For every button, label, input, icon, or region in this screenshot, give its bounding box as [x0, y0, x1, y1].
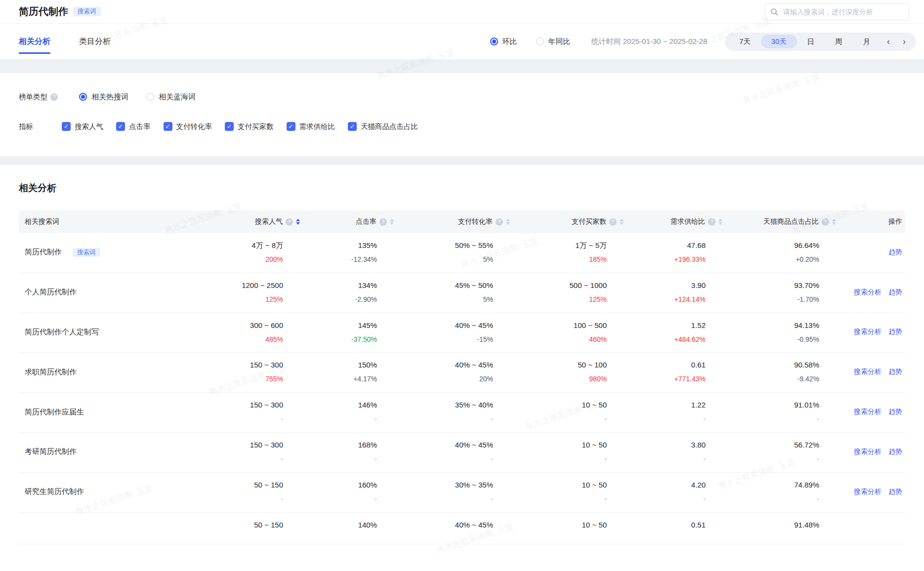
help-icon[interactable]: ?	[708, 218, 715, 226]
metric-delta: -	[627, 415, 706, 423]
metric-cell: 30% ~ 35% -	[397, 481, 513, 503]
metric-value: 150 ~ 300	[182, 361, 283, 369]
metric-checkbox[interactable]: ✓ 搜索人气	[62, 122, 103, 131]
sort-icon[interactable]	[620, 219, 624, 225]
column-label: 搜索人气	[255, 217, 283, 226]
metric-delta: -	[627, 455, 706, 463]
help-icon[interactable]: ?	[496, 218, 503, 226]
action-link[interactable]: 趋势	[888, 408, 902, 416]
help-icon[interactable]: ?	[822, 218, 829, 226]
sort-icon[interactable]	[296, 219, 300, 225]
metric-delta: -15%	[397, 335, 493, 344]
metric-cell: 4.20 -	[627, 481, 725, 503]
list-type-label-wrap: 榜单类型 ?	[19, 92, 58, 102]
metric-cell: 56.72% -	[725, 441, 839, 463]
help-icon[interactable]: ?	[609, 218, 617, 226]
list-type-row: 榜单类型 ? 相关热搜词 相关蓝海词	[19, 92, 905, 102]
date-range-option[interactable]: 月	[853, 35, 881, 49]
metric-cell: 0.61 +771.43%	[627, 361, 725, 383]
metric-cell: 145% -37.50%	[303, 321, 397, 344]
action-link[interactable]: 趋势	[888, 248, 902, 257]
action-link[interactable]: 趋势	[888, 327, 902, 336]
checkbox-label: 点击率	[129, 122, 151, 131]
prev-period-icon[interactable]: ‹	[881, 35, 896, 48]
sort-icon[interactable]	[718, 219, 722, 225]
metric-delta: -2.90%	[303, 295, 377, 304]
keyword-cell: 研究生简历代制作	[19, 487, 182, 496]
action-link[interactable]: 搜索分析	[854, 367, 882, 376]
metric-checkbox[interactable]: ✓ 支付买家数	[225, 122, 274, 131]
metric-checkbox[interactable]: ✓ 点击率	[116, 122, 151, 131]
column-header: 搜索人气?	[182, 217, 303, 226]
metric-delta: -	[182, 455, 283, 463]
action-link[interactable]: 搜索分析	[854, 288, 882, 297]
metric-value: 47.68	[627, 241, 706, 250]
actions-cell: 搜索分析趋势	[839, 408, 905, 416]
table-row: 50 ~ 150 140% 40% ~ 45% 10 ~ 50 0.51 91.…	[19, 513, 905, 544]
metric-delta: 185%	[513, 255, 607, 264]
compare-radio-mom[interactable]: 环比	[490, 37, 517, 46]
list-type-radio-blue-ocean-words[interactable]: 相关蓝海词	[146, 92, 196, 102]
metric-cell: 35% ~ 40% -	[397, 401, 513, 423]
metric-cell: 160% -	[303, 481, 397, 503]
action-link[interactable]: 趋势	[888, 288, 902, 297]
metric-checkbox[interactable]: ✓ 需求供给比	[287, 122, 336, 131]
page-title: 简历代制作	[19, 5, 68, 18]
metric-cell: 91.48%	[725, 521, 839, 535]
metric-delta: -	[513, 455, 607, 463]
metric-cell: 40% ~ 45%	[397, 521, 513, 535]
metric-delta: -	[182, 495, 283, 503]
metric-cell: 150 ~ 300 755%	[182, 361, 303, 383]
metric-value: 4万 ~ 8万	[182, 241, 283, 250]
action-link[interactable]: 搜索分析	[854, 448, 882, 456]
sort-icon[interactable]	[506, 219, 510, 225]
metric-delta: -37.50%	[303, 335, 377, 344]
metric-cell: 135% -12.34%	[303, 241, 397, 264]
date-range-option[interactable]: 日	[797, 35, 825, 49]
date-range-option[interactable]: 7天	[729, 35, 761, 49]
date-range-option[interactable]: 30天	[761, 35, 797, 49]
sort-icon[interactable]	[390, 219, 394, 225]
metrics-label-wrap: 指标	[19, 122, 33, 131]
compare-radio-yoy[interactable]: 年同比	[536, 37, 571, 46]
metric-value: 0.51	[627, 521, 706, 530]
action-link[interactable]: 搜索分析	[854, 327, 882, 336]
column-header: 相关搜索词	[19, 217, 182, 226]
metric-value: 1万 ~ 5万	[513, 241, 607, 250]
date-range-option[interactable]: 周	[825, 35, 853, 49]
action-link[interactable]: 趋势	[888, 448, 902, 456]
metric-value: 150 ~ 300	[182, 441, 283, 449]
action-link[interactable]: 搜索分析	[854, 408, 882, 416]
action-link[interactable]: 趋势	[888, 367, 902, 376]
column-header: 天猫商品点击占比?	[725, 217, 839, 226]
metric-cell: 4万 ~ 8万 200%	[182, 241, 303, 264]
help-icon[interactable]: ?	[50, 93, 58, 101]
tab-related-analysis[interactable]: 相关分析	[19, 24, 50, 59]
checkbox-checked-icon: ✓	[348, 122, 357, 131]
checkbox-checked-icon: ✓	[62, 122, 71, 131]
search-box[interactable]	[765, 3, 909, 20]
search-input[interactable]	[782, 7, 904, 16]
metric-value: 10 ~ 50	[513, 401, 607, 409]
metric-checkbox[interactable]: ✓ 支付转化率	[164, 122, 212, 131]
metric-delta: 125%	[513, 295, 607, 304]
metric-delta: -	[397, 495, 493, 503]
metric-cell: 150% +4.17%	[303, 361, 397, 383]
metric-delta: -	[725, 415, 819, 423]
sort-icon[interactable]	[832, 219, 836, 225]
action-link[interactable]: 搜索分析	[854, 488, 882, 496]
metric-value: 146%	[303, 401, 377, 409]
metric-value: 500 ~ 1000	[513, 281, 607, 290]
help-icon[interactable]: ?	[286, 218, 293, 226]
next-period-icon[interactable]: ›	[896, 35, 912, 48]
help-icon[interactable]: ?	[379, 218, 387, 226]
keyword-text: 个人简历代制作	[25, 287, 77, 297]
metric-delta: 5%	[397, 255, 493, 264]
metric-value: 56.72%	[725, 441, 819, 449]
table-row: 求职简历代制作 150 ~ 300 755% 150% +4.17% 40% ~…	[19, 353, 905, 393]
search-icon	[770, 8, 778, 16]
metric-checkbox[interactable]: ✓ 天猫商品点击占比	[348, 122, 418, 131]
action-link[interactable]: 趋势	[888, 488, 902, 496]
list-type-radio-hot-search-words[interactable]: 相关热搜词	[79, 92, 128, 102]
tab-category-analysis[interactable]: 类目分析	[79, 24, 111, 59]
